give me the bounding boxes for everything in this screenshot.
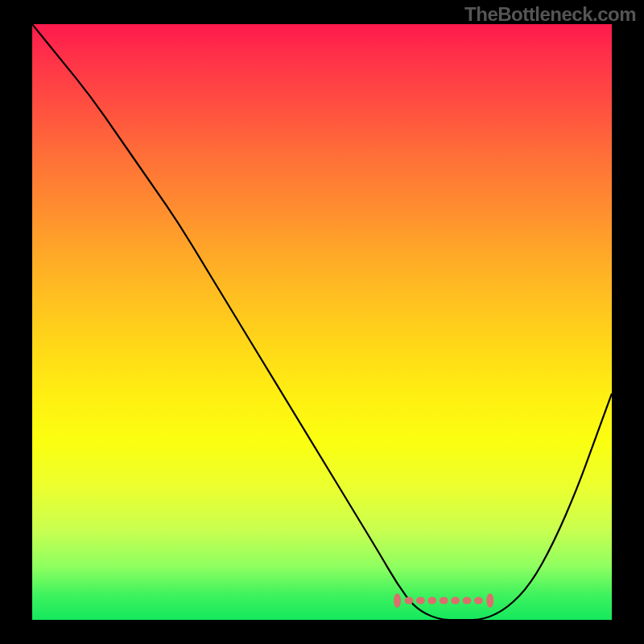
minimum-dot [486, 593, 493, 608]
bottleneck-curve-path [32, 24, 612, 620]
bottleneck-chart: TheBottleneck.com [0, 0, 644, 644]
minimum-dot [474, 597, 483, 605]
watermark-text: TheBottleneck.com [464, 3, 636, 26]
minimum-dot [463, 597, 472, 605]
minimum-dot [427, 597, 436, 605]
minimum-dot [405, 597, 414, 605]
minimum-dot [451, 597, 460, 605]
curve-svg [32, 24, 612, 620]
plot-area [32, 24, 612, 620]
minimum-dot [394, 593, 401, 608]
minimum-dot [440, 597, 448, 605]
minimum-dots [394, 593, 493, 608]
minimum-dot [416, 597, 425, 605]
